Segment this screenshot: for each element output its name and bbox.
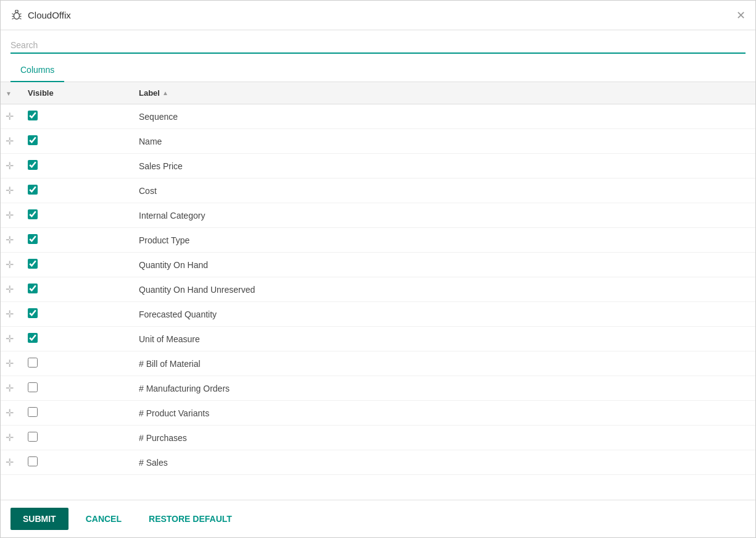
label-cell: Quantity On Hand xyxy=(134,253,755,277)
table-row: ✛# Purchases xyxy=(1,426,755,450)
table-row: ✛# Bill of Material xyxy=(1,351,755,376)
visible-checkbox[interactable] xyxy=(28,185,38,195)
visible-checkbox[interactable] xyxy=(28,358,38,368)
table-row: ✛# Sales xyxy=(1,450,755,475)
visible-cell xyxy=(23,179,134,203)
drag-handle-cell: ✛ xyxy=(1,277,23,302)
visible-cell xyxy=(23,154,134,179)
drag-handle-cell: ✛ xyxy=(1,351,23,376)
visible-checkbox[interactable] xyxy=(28,333,38,343)
visible-cell xyxy=(23,327,134,351)
visible-checkbox[interactable] xyxy=(28,209,38,219)
visible-checkbox[interactable] xyxy=(28,382,38,392)
label-cell: # Sales xyxy=(134,450,755,475)
label-cell: Product Type xyxy=(134,228,755,253)
header-left: CloudOffix xyxy=(10,9,71,22)
drag-handle-icon[interactable]: ✛ xyxy=(6,185,14,196)
drag-handle-cell: ✛ xyxy=(1,104,23,129)
drag-handle-icon[interactable]: ✛ xyxy=(6,383,14,393)
drag-handle-icon[interactable]: ✛ xyxy=(6,259,14,270)
svg-line-6 xyxy=(12,18,14,19)
dialog-title: CloudOffix xyxy=(28,10,71,20)
drag-handle-cell: ✛ xyxy=(1,327,23,351)
drag-handle-cell: ✛ xyxy=(1,154,23,179)
table-row: ✛Name xyxy=(1,129,755,154)
drag-handle-icon[interactable]: ✛ xyxy=(6,432,14,443)
visible-cell xyxy=(23,203,134,228)
drag-handle-icon[interactable]: ✛ xyxy=(6,136,14,146)
label-cell: Sequence xyxy=(134,104,755,129)
visible-cell xyxy=(23,450,134,475)
drag-handle-cell: ✛ xyxy=(1,129,23,154)
visible-cell xyxy=(23,277,134,302)
drag-handle-icon[interactable]: ✛ xyxy=(6,235,14,245)
drag-handle-icon[interactable]: ✛ xyxy=(6,457,14,468)
drag-handle-cell: ✛ xyxy=(1,401,23,426)
label-cell: Sales Price xyxy=(134,154,755,179)
dialog-footer: SUBMIT CANCEL RESTORE DEFAULT xyxy=(1,500,755,537)
visible-checkbox[interactable] xyxy=(28,135,38,145)
table-row: ✛Quantity On Hand Unreserved xyxy=(1,277,755,302)
svg-point-0 xyxy=(14,12,20,19)
visible-cell xyxy=(23,351,134,376)
cancel-button[interactable]: CANCEL xyxy=(76,508,131,530)
table-row: ✛Sequence xyxy=(1,104,755,129)
drag-handle-cell: ✛ xyxy=(1,376,23,401)
sort-arrow-icon: ▼ xyxy=(6,90,12,97)
visible-checkbox[interactable] xyxy=(28,284,38,293)
visible-cell xyxy=(23,426,134,450)
label-cell: Name xyxy=(134,129,755,154)
th-drag: ▼ xyxy=(1,82,23,104)
visible-cell xyxy=(23,228,134,253)
drag-handle-icon[interactable]: ✛ xyxy=(6,358,14,369)
dialog-header: CloudOffix ✕ xyxy=(1,1,755,30)
visible-checkbox[interactable] xyxy=(28,308,38,318)
table-container[interactable]: ▼ Visible Label ▲ ✛Seq xyxy=(1,82,755,500)
table-row: ✛Unit of Measure xyxy=(1,327,755,351)
table-row: ✛# Manufacturing Orders xyxy=(1,376,755,401)
label-cell: # Manufacturing Orders xyxy=(134,376,755,401)
label-cell: Forecasted Quantity xyxy=(134,302,755,327)
drag-handle-cell: ✛ xyxy=(1,228,23,253)
search-input[interactable] xyxy=(10,38,746,54)
search-container xyxy=(1,30,755,54)
drag-handle-icon[interactable]: ✛ xyxy=(6,210,14,221)
visible-checkbox[interactable] xyxy=(28,259,38,269)
visible-cell xyxy=(23,376,134,401)
table-body: ✛Sequence✛Name✛Sales Price✛Cost✛Internal… xyxy=(1,104,755,475)
dialog-body: Columns ▼ Visible Label xyxy=(1,30,755,500)
visible-checkbox[interactable] xyxy=(28,432,38,442)
table-row: ✛Cost xyxy=(1,179,755,203)
drag-handle-icon[interactable]: ✛ xyxy=(6,408,14,418)
visible-checkbox[interactable] xyxy=(28,456,38,466)
drag-handle-cell: ✛ xyxy=(1,203,23,228)
tab-columns[interactable]: Columns xyxy=(10,59,64,82)
visible-cell xyxy=(23,302,134,327)
table-row: ✛Product Type xyxy=(1,228,755,253)
table-row: ✛Quantity On Hand xyxy=(1,253,755,277)
drag-handle-icon[interactable]: ✛ xyxy=(6,161,14,171)
th-label: Label ▲ xyxy=(134,82,755,104)
drag-handle-icon[interactable]: ✛ xyxy=(6,284,14,295)
label-cell: # Product Variants xyxy=(134,401,755,426)
submit-button[interactable]: SUBMIT xyxy=(10,508,69,530)
drag-handle-icon[interactable]: ✛ xyxy=(6,334,14,344)
visible-checkbox[interactable] xyxy=(28,111,38,120)
label-cell: Internal Category xyxy=(134,203,755,228)
visible-checkbox[interactable] xyxy=(28,234,38,244)
table-row: ✛Sales Price xyxy=(1,154,755,179)
drag-handle-icon[interactable]: ✛ xyxy=(6,309,14,319)
restore-default-button[interactable]: RESTORE DEFAULT xyxy=(139,508,242,530)
table-row: ✛Internal Category xyxy=(1,203,755,228)
visible-cell xyxy=(23,401,134,426)
visible-checkbox[interactable] xyxy=(28,407,38,417)
label-sort-icon: ▲ xyxy=(162,90,168,96)
dialog: CloudOffix ✕ Columns ▼ Visible xyxy=(0,0,756,538)
bug-icon xyxy=(10,9,23,22)
svg-line-2 xyxy=(12,14,14,15)
close-button[interactable]: ✕ xyxy=(736,10,746,21)
table-row: ✛Forecasted Quantity xyxy=(1,302,755,327)
visible-checkbox[interactable] xyxy=(28,160,38,170)
visible-cell xyxy=(23,253,134,277)
drag-handle-icon[interactable]: ✛ xyxy=(6,111,14,122)
